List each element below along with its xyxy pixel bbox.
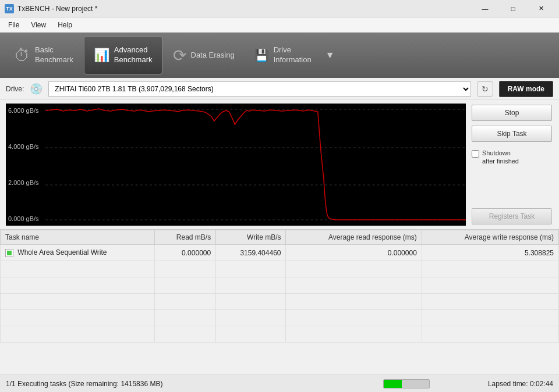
table-row-empty-4 xyxy=(1,310,559,326)
col-write: Write mB/s xyxy=(216,230,286,245)
menu-file[interactable]: File xyxy=(2,19,25,31)
table-row-empty-1 xyxy=(1,261,559,277)
data-erasing-button[interactable]: ⟳ Data Erasing xyxy=(164,36,244,74)
drive-bar: Drive: 💿 ZHITAI Ti600 2TB 1.81 TB (3,907… xyxy=(0,78,559,100)
status-bar: 1/1 Executing tasks (Size remaining: 141… xyxy=(0,375,559,392)
skip-task-button[interactable]: Skip Task xyxy=(472,126,552,142)
data-erasing-label: Data Erasing xyxy=(191,51,235,60)
stop-button[interactable]: Stop xyxy=(472,105,552,121)
minimize-button[interactable]: — xyxy=(472,2,498,15)
app-icon: TX xyxy=(5,4,14,13)
basic-benchmark-label: BasicBenchmark xyxy=(35,45,73,65)
raw-mode-button[interactable]: RAW mode xyxy=(499,81,553,97)
advanced-benchmark-icon: 📊 xyxy=(94,48,109,63)
shutdown-label: Shutdownafter finished xyxy=(482,149,519,166)
main-area: 6.000 gB/s 4.000 gB/s 2.000 gB/s 0.000 g… xyxy=(0,100,559,375)
drive-refresh-button[interactable]: ↻ xyxy=(477,81,493,97)
basic-benchmark-button[interactable]: ⏱ BasicBenchmark xyxy=(5,36,83,74)
window-title: TxBENCH - New project * xyxy=(17,5,97,13)
y-label-1: 4.000 gB/s xyxy=(8,143,43,150)
task-table: Task name Read mB/s Write mB/s Average r… xyxy=(0,229,559,375)
table-row-empty-5 xyxy=(1,326,559,343)
title-bar: TX TxBENCH - New project * — □ ✕ xyxy=(0,0,559,17)
benchmark-chart: 6.000 gB/s 4.000 gB/s 2.000 gB/s 0.000 g… xyxy=(6,104,466,226)
window-controls: — □ ✕ xyxy=(472,2,554,15)
col-avg-read: Average read response (ms) xyxy=(286,230,422,245)
drive-select[interactable]: ZHITAI Ti600 2TB 1.81 TB (3,907,029,168 … xyxy=(48,81,470,97)
registers-task-button[interactable]: Registers Task xyxy=(472,208,552,224)
progress-bar xyxy=(384,380,402,388)
drive-label: Drive: xyxy=(6,85,24,93)
avg-write-cell: 5.308825 xyxy=(422,245,558,261)
avg-read-cell: 0.000000 xyxy=(286,245,422,261)
menu-help[interactable]: Help xyxy=(52,19,78,31)
maximize-button[interactable]: □ xyxy=(500,2,526,15)
col-avg-write: Average write response (ms) xyxy=(422,230,558,245)
write-cell: 3159.404460 xyxy=(216,245,286,261)
close-button[interactable]: ✕ xyxy=(528,2,554,15)
menu-view[interactable]: View xyxy=(25,19,52,31)
read-cell: 0.000000 xyxy=(154,245,216,261)
col-task-name: Task name xyxy=(1,230,155,245)
shutdown-row: Shutdownafter finished xyxy=(472,149,553,166)
y-label-2: 2.000 gB/s xyxy=(8,179,43,186)
drive-info-button[interactable]: 💾 DriveInformation xyxy=(245,36,321,74)
toolbar-more[interactable]: ▼ xyxy=(322,36,338,74)
drive-icon: 💿 xyxy=(30,83,43,95)
shutdown-checkbox[interactable] xyxy=(472,150,479,158)
chart-y-labels: 6.000 gB/s 4.000 gB/s 2.000 gB/s 0.000 g… xyxy=(6,104,45,226)
progress-container xyxy=(383,379,430,389)
advanced-benchmark-button[interactable]: 📊 Advanced Benchmark xyxy=(84,36,162,74)
task-name: Whole Area Sequential Write xyxy=(17,248,107,256)
svg-rect-0 xyxy=(45,104,466,226)
table-row-empty-2 xyxy=(1,277,559,294)
basic-benchmark-icon: ⏱ xyxy=(14,46,30,65)
lapsed-time: Lapsed time: 0:02:44 xyxy=(437,380,553,388)
status-text: 1/1 Executing tasks (Size remaining: 141… xyxy=(6,380,376,388)
table-header-row: Task name Read mB/s Write mB/s Average r… xyxy=(1,230,559,245)
data-erasing-icon: ⟳ xyxy=(173,46,186,65)
chart-plot xyxy=(45,104,466,226)
chart-svg xyxy=(45,104,466,226)
menu-bar: File View Help xyxy=(0,17,559,33)
drive-info-label: DriveInformation xyxy=(274,45,312,65)
y-label-0: 6.000 gB/s xyxy=(8,107,43,114)
task-row-icon xyxy=(5,249,13,257)
task-name-cell: Whole Area Sequential Write xyxy=(1,245,155,261)
table-row-empty-3 xyxy=(1,294,559,310)
toolbar: ⏱ BasicBenchmark 📊 Advanced Benchmark ⟳ … xyxy=(0,33,559,78)
drive-info-icon: 💾 xyxy=(254,48,269,62)
col-read: Read mB/s xyxy=(154,230,216,245)
title-bar-left: TX TxBENCH - New project * xyxy=(5,4,97,13)
y-label-3: 0.000 gB/s xyxy=(8,215,43,222)
table-row[interactable]: Whole Area Sequential Write 0.000000 315… xyxy=(1,245,559,261)
chart-controls-area: 6.000 gB/s 4.000 gB/s 2.000 gB/s 0.000 g… xyxy=(0,100,559,229)
controls-panel: Stop Skip Task Shutdownafter finished Re… xyxy=(466,100,559,229)
advanced-benchmark-label: Advanced Benchmark xyxy=(114,45,153,65)
